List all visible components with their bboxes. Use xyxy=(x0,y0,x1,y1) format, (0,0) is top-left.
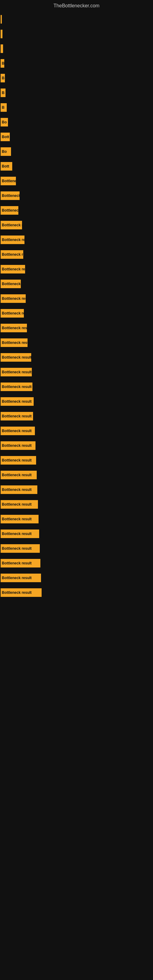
bar-9: Bott xyxy=(1,133,10,141)
bar-32: Bottleneck result xyxy=(1,471,37,479)
bar-row-22: Bottleneck result xyxy=(0,322,153,334)
bar-row-37: Bottleneck result xyxy=(0,542,153,555)
bar-17: Bottleneck res xyxy=(1,250,23,259)
bar-row-18: Bottleneck resul xyxy=(0,263,153,275)
bar-row-20: Bottleneck result xyxy=(0,293,153,305)
bar-12: Bottlene xyxy=(1,177,16,185)
bar-row-15: Bottleneck res xyxy=(0,219,153,231)
bar-36: Bottleneck result xyxy=(1,530,39,538)
bar-22: Bottleneck result xyxy=(1,324,27,332)
bar-26: Bottleneck result xyxy=(1,382,32,391)
bar-row-12: Bottlene xyxy=(0,175,153,187)
bar-row-17: Bottleneck res xyxy=(0,248,153,261)
bar-27: Bottleneck result xyxy=(1,397,33,406)
bar-10: Bo xyxy=(1,147,11,156)
bar-row-30: Bottleneck result xyxy=(0,439,153,452)
bar-39: Bottleneck result xyxy=(1,574,41,582)
bar-35: Bottleneck result xyxy=(1,515,38,523)
bar-row-19: Bottleneck re xyxy=(0,278,153,290)
bar-13: Bottleneck re xyxy=(1,191,19,200)
bar-row-16: Bottleneck result xyxy=(0,234,153,246)
site-title: TheBottlenecker.com xyxy=(0,0,153,10)
bar-row-40: Bottleneck result xyxy=(0,587,153,599)
bar-34: Bottleneck result xyxy=(1,500,38,509)
bar-19: Bottleneck re xyxy=(1,280,21,288)
bar-23: Bottleneck result xyxy=(1,339,27,347)
site-title-container: TheBottlenecker.com xyxy=(0,0,153,10)
bar-24: Bottleneck result xyxy=(1,353,31,362)
bar-row-5: B xyxy=(0,72,153,84)
bar-8: Bo xyxy=(1,118,8,126)
bar-row-1 xyxy=(0,13,153,25)
bar-row-21: Bottleneck resu xyxy=(0,307,153,320)
bar-row-35: Bottleneck result xyxy=(0,513,153,525)
bar-row-29: Bottleneck result xyxy=(0,425,153,437)
bar-7: B xyxy=(1,103,7,112)
bar-row-24: Bottleneck result xyxy=(0,351,153,364)
bar-25: Bottleneck result xyxy=(1,368,32,376)
bar-40: Bottleneck result xyxy=(1,588,41,597)
bar-row-3 xyxy=(0,43,153,55)
bar-row-39: Bottleneck result xyxy=(0,572,153,584)
bar-18: Bottleneck resul xyxy=(1,265,25,274)
bar-30: Bottleneck result xyxy=(1,441,35,450)
bar-4: B xyxy=(1,59,4,68)
bar-21: Bottleneck resu xyxy=(1,309,24,318)
bar-row-11: Bott xyxy=(0,160,153,172)
bar-row-2 xyxy=(0,28,153,40)
bar-row-6: B xyxy=(0,87,153,99)
bar-row-36: Bottleneck result xyxy=(0,528,153,540)
bar-11: Bott xyxy=(1,162,12,170)
bar-38: Bottleneck result xyxy=(1,559,40,568)
bar-31: Bottleneck result xyxy=(1,456,36,465)
bar-row-25: Bottleneck result xyxy=(0,366,153,378)
bar-row-8: Bo xyxy=(0,116,153,128)
bar-5: B xyxy=(1,74,5,83)
bar-1 xyxy=(1,15,2,24)
bar-row-14: Bottleneck xyxy=(0,204,153,216)
bar-row-9: Bott xyxy=(0,131,153,143)
bar-row-28: Bottleneck result xyxy=(0,410,153,422)
bar-14: Bottleneck xyxy=(1,206,18,215)
chart-container: BBBBBoBottBoBottBottleneBottleneck reBot… xyxy=(0,10,153,604)
bar-row-32: Bottleneck result xyxy=(0,469,153,481)
bar-row-26: Bottleneck result xyxy=(0,381,153,393)
bar-28: Bottleneck result xyxy=(1,412,33,420)
bar-2 xyxy=(1,30,2,38)
bar-row-33: Bottleneck result xyxy=(0,484,153,496)
bar-20: Bottleneck result xyxy=(1,294,26,303)
bar-row-23: Bottleneck result xyxy=(0,337,153,349)
bar-3 xyxy=(1,45,3,53)
bar-row-38: Bottleneck result xyxy=(0,557,153,569)
bar-15: Bottleneck res xyxy=(1,221,22,229)
bar-row-4: B xyxy=(0,57,153,70)
bar-row-27: Bottleneck result xyxy=(0,395,153,407)
bar-row-34: Bottleneck result xyxy=(0,498,153,511)
bar-row-10: Bo xyxy=(0,145,153,158)
bar-row-31: Bottleneck result xyxy=(0,454,153,466)
bar-row-7: B xyxy=(0,101,153,114)
bar-37: Bottleneck result xyxy=(1,544,40,553)
bar-33: Bottleneck result xyxy=(1,485,37,494)
bar-row-13: Bottleneck re xyxy=(0,189,153,202)
bar-16: Bottleneck result xyxy=(1,235,24,244)
bar-6: B xyxy=(1,89,5,97)
bar-29: Bottleneck result xyxy=(1,426,35,435)
